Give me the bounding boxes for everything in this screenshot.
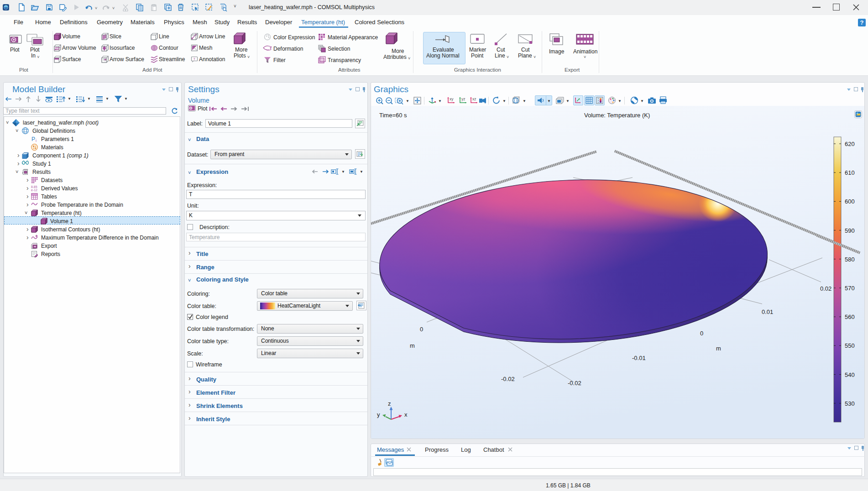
svg-text:620: 620 xyxy=(845,141,855,147)
svg-text:y: y xyxy=(377,411,380,418)
svg-text:0: 0 xyxy=(420,326,423,333)
svg-text:570: 570 xyxy=(845,285,855,292)
svg-text:0.02: 0.02 xyxy=(820,285,831,292)
svg-text:m: m xyxy=(716,345,721,352)
svg-text:-0.02: -0.02 xyxy=(568,380,581,387)
svg-text:xz: xz xyxy=(472,97,476,101)
svg-text:600: 600 xyxy=(845,198,855,205)
svg-text:yz: yz xyxy=(461,97,465,101)
svg-text:T: T xyxy=(193,57,196,61)
svg-text:0.01: 0.01 xyxy=(762,308,773,315)
svg-text:x: x xyxy=(404,411,408,418)
svg-text:530: 530 xyxy=(845,400,855,407)
svg-text:-0.02: -0.02 xyxy=(501,376,515,382)
svg-text:i: i xyxy=(36,138,37,142)
svg-text:8.85: 8.85 xyxy=(31,185,37,188)
svg-text:540: 540 xyxy=(845,371,855,378)
svg-text:590: 590 xyxy=(845,227,855,234)
svg-text:z: z xyxy=(388,400,391,407)
svg-text:e-12: e-12 xyxy=(31,188,37,192)
svg-text:610: 610 xyxy=(845,169,855,176)
svg-text:m: m xyxy=(410,342,415,349)
svg-text:580: 580 xyxy=(845,256,855,263)
svg-text:560: 560 xyxy=(845,313,855,320)
svg-text:P: P xyxy=(31,136,35,142)
svg-text:-0.01: -0.01 xyxy=(632,355,646,361)
svg-text:550: 550 xyxy=(845,342,855,349)
svg-text:0: 0 xyxy=(700,330,703,337)
svg-text:xy: xy xyxy=(450,97,454,101)
